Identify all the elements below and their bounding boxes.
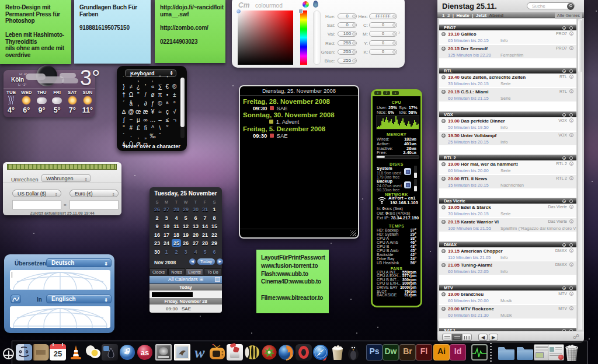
svg-text:as: as <box>141 348 149 357</box>
svg-text:w: w <box>194 344 205 360</box>
